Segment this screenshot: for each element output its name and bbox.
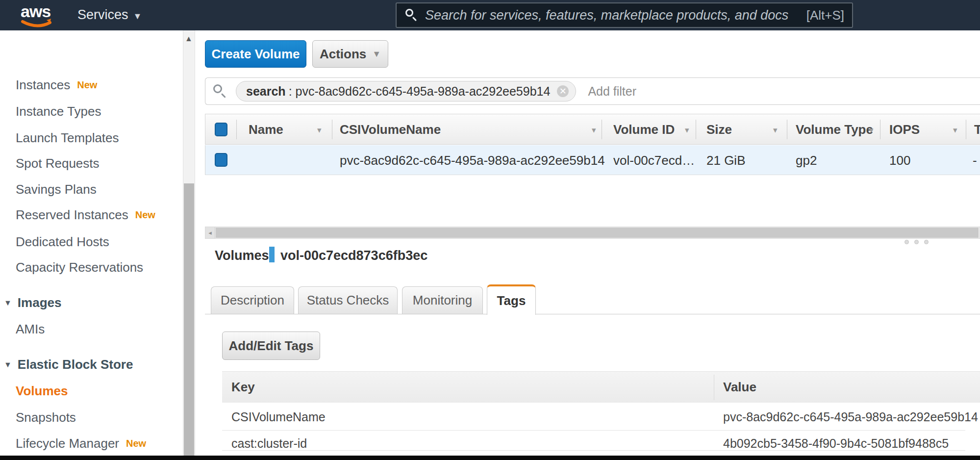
- tab-description[interactable]: Description: [211, 286, 294, 314]
- tags-value-header: Value: [723, 380, 756, 395]
- sidebar-item-launch-templates[interactable]: Launch Templates: [16, 130, 119, 146]
- volume-table-row[interactable]: pvc-8ac9d62c-c645-495a-989a-ac292ee59b14…: [205, 145, 980, 175]
- sidebar-scrollbar[interactable]: ▲: [183, 30, 195, 460]
- column-header-size[interactable]: Size: [706, 122, 732, 137]
- add-edit-tags-button[interactable]: Add/Edit Tags: [222, 332, 320, 360]
- scroll-up-arrow-icon[interactable]: ▲: [185, 34, 193, 43]
- chevron-down-icon: ▼: [372, 49, 381, 59]
- column-header-volume-type[interactable]: Volume Type: [796, 122, 873, 137]
- select-all-checkbox[interactable]: [215, 123, 227, 136]
- horizontal-scrollbar-thumb[interactable]: [216, 228, 979, 238]
- tag-row: cast:cluster-id 4b092cb5-3458-4f90-9b4c-…: [222, 431, 965, 451]
- triangle-down-icon: ▼: [4, 299, 12, 307]
- sort-icon[interactable]: ▾: [592, 125, 596, 135]
- sidebar-item-capacity-reservations[interactable]: Capacity Reservations: [16, 260, 143, 275]
- cell-iops: 100: [889, 153, 910, 168]
- tag-key: CSIVolumeName: [231, 410, 326, 424]
- new-badge: New: [126, 438, 146, 449]
- new-badge: New: [135, 209, 155, 220]
- actions-button[interactable]: Actions▼: [312, 40, 388, 68]
- column-header-volume-id[interactable]: Volume ID: [613, 122, 675, 137]
- chevron-down-icon: ▼: [133, 11, 142, 21]
- filter-bar[interactable]: search : pvc-8ac9d62c-c645-495a-989a-ac2…: [205, 77, 980, 105]
- sort-icon[interactable]: ▾: [317, 125, 322, 135]
- add-filter-button[interactable]: Add filter: [588, 84, 636, 99]
- scroll-left-arrow-icon[interactable]: ◂: [205, 227, 215, 238]
- sidebar-item-lifecycle-manager[interactable]: Lifecycle ManagerNew: [16, 436, 146, 451]
- aws-logo[interactable]: aws: [20, 4, 55, 27]
- tabs-baseline: [205, 314, 980, 314]
- sidebar-item-savings-plans[interactable]: Savings Plans: [16, 182, 97, 197]
- tags-table-header: Key Value: [222, 371, 980, 403]
- table-horizontal-scrollbar[interactable]: ◂: [205, 227, 980, 239]
- selection-marker: [269, 247, 275, 262]
- ec2-console-screen: aws Services▼ Search for services, featu…: [0, 0, 980, 460]
- tag-value: pvc-8ac9d62c-c645-495a-989a-ac292ee59b14: [723, 410, 978, 424]
- sidebar: InstancesNew Instance Types Launch Templ…: [0, 30, 196, 460]
- sort-icon[interactable]: ▾: [685, 125, 689, 135]
- column-header-name[interactable]: Name: [249, 122, 283, 137]
- sidebar-section-elastic-block-store[interactable]: ▼Elastic Block Store: [4, 357, 133, 372]
- tag-row: CSIVolumeName pvc-8ac9d62c-c645-495a-989…: [222, 403, 965, 431]
- sidebar-section-images[interactable]: ▼Images: [4, 295, 61, 310]
- sidebar-scrollbar-thumb[interactable]: [184, 183, 194, 460]
- global-search-placeholder: Search for services, features, marketpla…: [425, 8, 806, 23]
- tags-key-header: Key: [231, 380, 255, 395]
- aws-logo-text: aws: [21, 2, 50, 21]
- cell-volume-id: vol-00c7ecd…: [613, 153, 695, 168]
- window-bottom-edge: [0, 456, 980, 460]
- sidebar-item-instances[interactable]: InstancesNew: [16, 77, 97, 93]
- services-menu-label: Services: [77, 7, 128, 22]
- filter-separator: :: [289, 84, 292, 99]
- search-filter-pill[interactable]: search : pvc-8ac9d62c-c645-495a-989a-ac2…: [236, 81, 576, 102]
- filter-search-icon: [213, 84, 227, 98]
- selected-volume-id: vol-00c7ecd873c6fb3ec: [280, 248, 427, 263]
- volumes-table-header: Name ▾ CSIVolumeName ▾ Volume ID ▾ Size …: [205, 114, 980, 145]
- tag-key: cast:cluster-id: [231, 436, 307, 451]
- remove-filter-icon[interactable]: ✕: [557, 85, 569, 97]
- sidebar-item-instance-types[interactable]: Instance Types: [16, 104, 101, 119]
- create-volume-button[interactable]: Create Volume: [205, 40, 306, 68]
- pane-resize-grip-dot[interactable]: [914, 240, 919, 244]
- top-navbar: aws Services▼ Search for services, featu…: [0, 0, 980, 30]
- pane-resize-grip-dot[interactable]: [905, 240, 909, 244]
- column-header-throughput[interactable]: T: [974, 122, 980, 137]
- tab-monitoring[interactable]: Monitoring: [402, 286, 483, 314]
- sidebar-item-snapshots[interactable]: Snapshots: [16, 410, 76, 425]
- filter-value: pvc-8ac9d62c-c645-495a-989a-ac292ee59b14: [296, 84, 551, 99]
- triangle-down-icon: ▼: [4, 360, 12, 369]
- sort-icon[interactable]: ▾: [773, 125, 778, 135]
- sort-icon[interactable]: ▾: [869, 125, 874, 135]
- cell-volume-type: gp2: [796, 153, 817, 168]
- cell-throughput: -: [973, 153, 977, 168]
- services-menu-button[interactable]: Services▼: [77, 7, 142, 23]
- search-icon: [405, 9, 418, 22]
- cell-csivolumename: pvc-8ac9d62c-c645-495a-989a-ac292ee59b14: [340, 153, 605, 168]
- sort-icon[interactable]: ▾: [953, 125, 957, 135]
- tab-status-checks[interactable]: Status Checks: [298, 286, 398, 314]
- row-checkbox[interactable]: [215, 153, 227, 167]
- pane-resize-grip-dot[interactable]: [924, 240, 929, 244]
- cell-size: 21 GiB: [706, 153, 746, 168]
- filter-key: search: [246, 84, 286, 99]
- sidebar-item-amis[interactable]: AMIs: [16, 322, 45, 337]
- search-shortcut-hint: [Alt+S]: [806, 8, 844, 23]
- column-header-iops[interactable]: IOPS: [889, 122, 920, 137]
- detail-pane-title: Volumes:: [215, 248, 274, 263]
- tab-tags[interactable]: Tags: [487, 284, 536, 315]
- global-search-box[interactable]: Search for services, features, marketpla…: [396, 2, 853, 28]
- sidebar-item-dedicated-hosts[interactable]: Dedicated Hosts: [16, 234, 109, 250]
- sidebar-item-spot-requests[interactable]: Spot Requests: [16, 156, 100, 171]
- sidebar-item-volumes[interactable]: Volumes: [16, 383, 68, 399]
- tag-value: 4b092cb5-3458-4f90-9b4c-5081bf9488c5: [723, 436, 949, 451]
- column-header-csivolumename[interactable]: CSIVolumeName: [340, 122, 441, 137]
- sidebar-item-reserved-instances[interactable]: Reserved InstancesNew: [16, 207, 155, 223]
- new-badge: New: [77, 79, 97, 90]
